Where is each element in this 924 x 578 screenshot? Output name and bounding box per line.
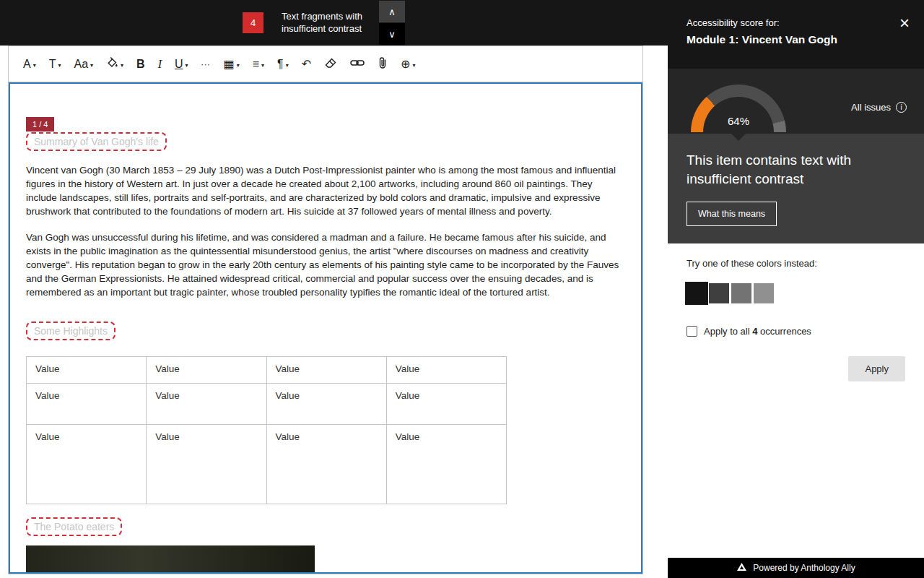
- issue-message: This item contains text with insufficien…: [687, 151, 903, 189]
- italic-button[interactable]: I: [152, 54, 167, 74]
- align-icon: ≡: [253, 59, 259, 70]
- italic-icon: I: [158, 59, 162, 70]
- fix-section: Try one of these colors instead: Apply t…: [668, 243, 924, 381]
- font-size-icon: Aa: [74, 59, 88, 70]
- table-row: Value Value Value Value: [27, 357, 507, 384]
- score-gauge-section: 64% All issues i: [668, 69, 924, 134]
- color-prompt: Try one of these colors instead:: [687, 258, 905, 269]
- table-cell[interactable]: Value: [386, 357, 506, 384]
- panel-footer: Powered by Anthology Ally: [668, 558, 924, 578]
- gauge-pointer: [731, 133, 746, 141]
- caret-down-icon: ▾: [237, 62, 240, 69]
- text-style-button[interactable]: T ▾: [43, 54, 67, 74]
- more-options-icon: ∙∙∙: [201, 60, 211, 69]
- editor-toolbar: A ▾ T ▾ Aa ▾ ▾ B I U ▾ ∙∙∙: [9, 46, 642, 82]
- bold-button[interactable]: B: [131, 54, 151, 74]
- paragraph-1: Vincent van Gogh (30 March 1853 – 29 Jul…: [26, 163, 625, 218]
- underline-icon: U: [175, 59, 183, 70]
- panel-header: Accessibility score for: Module 1: Vince…: [668, 0, 924, 69]
- next-issue-button[interactable]: ∨: [379, 23, 405, 45]
- editor-card: A ▾ T ▾ Aa ▾ ▾ B I U ▾ ∙∙∙: [8, 46, 643, 574]
- table-row: Value Value Value Value: [27, 425, 507, 504]
- table-cell[interactable]: Value: [266, 384, 386, 425]
- editor-content-area[interactable]: 1 / 4 Summary of Van Gogh's life Vincent…: [9, 82, 642, 574]
- caret-down-icon: ▾: [186, 62, 188, 69]
- issue-bar-label: Text fragments with insufficient contras…: [282, 10, 375, 35]
- caret-down-icon: ▾: [33, 62, 36, 69]
- undo-button[interactable]: ↶: [296, 54, 317, 74]
- flagged-heading-summary[interactable]: Summary of Van Gogh's life: [26, 132, 167, 151]
- caret-down-icon: ▾: [413, 62, 416, 69]
- paint-bucket-icon: [106, 56, 118, 72]
- table-cell[interactable]: Value: [147, 425, 266, 504]
- apply-all-label: Apply to all 4 occurrences: [704, 326, 811, 337]
- color-swatch-4[interactable]: [754, 283, 774, 303]
- footer-text: Powered by Anthology Ally: [753, 563, 855, 573]
- highlight-color-button[interactable]: ▾: [100, 52, 129, 76]
- score-for-label: Accessibility score for:: [687, 17, 905, 28]
- plus-circle-icon: ⊕: [401, 59, 410, 70]
- score-gauge: 64%: [691, 85, 786, 132]
- table-cell[interactable]: Value: [27, 425, 147, 504]
- paragraph-icon: ¶: [277, 59, 284, 70]
- text-color-button[interactable]: A ▾: [17, 54, 42, 74]
- table-cell[interactable]: Value: [386, 425, 506, 504]
- attachment-button[interactable]: [372, 52, 393, 77]
- potato-eaters-image[interactable]: [26, 545, 315, 574]
- caret-down-icon: ▾: [261, 62, 264, 69]
- module-title: Module 1: Vincent Van Gogh: [687, 33, 905, 46]
- content-table: Value Value Value Value Value Value Valu…: [26, 356, 631, 504]
- ally-panel: Accessibility score for: Module 1: Vince…: [668, 0, 924, 578]
- table-row: Value Value Value Value: [27, 384, 507, 425]
- table-cell[interactable]: Value: [266, 425, 386, 504]
- caret-down-icon: ▾: [121, 62, 123, 69]
- table-icon: ▦: [224, 59, 235, 70]
- anthology-logo-icon: [736, 562, 747, 574]
- table-cell[interactable]: Value: [27, 357, 147, 384]
- text-color-icon: A: [23, 59, 31, 70]
- link-button[interactable]: [344, 53, 370, 75]
- close-icon: ×: [899, 13, 910, 33]
- score-value: 64%: [691, 115, 786, 127]
- all-issues-button[interactable]: All issues i: [851, 102, 907, 113]
- table-cell[interactable]: Value: [386, 384, 506, 425]
- color-swatch-1[interactable]: [685, 282, 708, 305]
- apply-all-checkbox[interactable]: [687, 326, 697, 337]
- undo-icon: ↶: [302, 59, 311, 70]
- bold-icon: B: [136, 59, 145, 70]
- flagged-heading-potato-eaters[interactable]: The Potato eaters: [26, 517, 122, 536]
- more-options-button[interactable]: ∙∙∙: [196, 56, 217, 73]
- all-issues-label: All issues: [851, 102, 891, 113]
- previous-issue-button[interactable]: ∧: [379, 1, 405, 22]
- info-icon: i: [896, 102, 907, 113]
- apply-button[interactable]: Apply: [848, 356, 905, 381]
- apply-all-row: Apply to all 4 occurrences: [687, 326, 905, 337]
- table-cell[interactable]: Value: [27, 384, 147, 425]
- clear-formatting-button[interactable]: [318, 53, 343, 76]
- underline-button[interactable]: U ▾: [169, 54, 194, 74]
- paragraph-2: Van Gogh was unsuccessful during his lif…: [26, 230, 625, 299]
- color-swatch-2[interactable]: [709, 283, 729, 303]
- table-cell[interactable]: Value: [147, 357, 266, 384]
- chevron-down-icon: ∨: [388, 29, 396, 40]
- text-style-icon: T: [49, 59, 56, 70]
- close-button[interactable]: ×: [899, 14, 910, 32]
- what-this-means-button[interactable]: What this means: [687, 202, 777, 226]
- paragraph-button[interactable]: ¶ ▾: [271, 54, 295, 74]
- paperclip-icon: [378, 56, 388, 72]
- table-cell[interactable]: Value: [147, 384, 266, 425]
- font-size-button[interactable]: Aa ▾: [68, 54, 99, 74]
- table-cell[interactable]: Value: [266, 357, 386, 384]
- color-swatches: [687, 283, 905, 303]
- insert-button[interactable]: ⊕ ▾: [395, 54, 421, 74]
- chevron-up-icon: ∧: [388, 7, 396, 17]
- color-swatch-3[interactable]: [731, 283, 751, 303]
- link-icon: [350, 58, 365, 71]
- issue-position-badge: 1 / 4: [26, 117, 54, 131]
- align-button[interactable]: ≡ ▾: [247, 54, 270, 74]
- issue-message-section: This item contains text with insufficien…: [668, 134, 924, 243]
- caret-down-icon: ▾: [58, 62, 61, 69]
- flagged-heading-highlights[interactable]: Some Highlights: [26, 322, 116, 340]
- table-button[interactable]: ▦ ▾: [218, 54, 245, 74]
- issue-count-badge: 4: [243, 12, 263, 33]
